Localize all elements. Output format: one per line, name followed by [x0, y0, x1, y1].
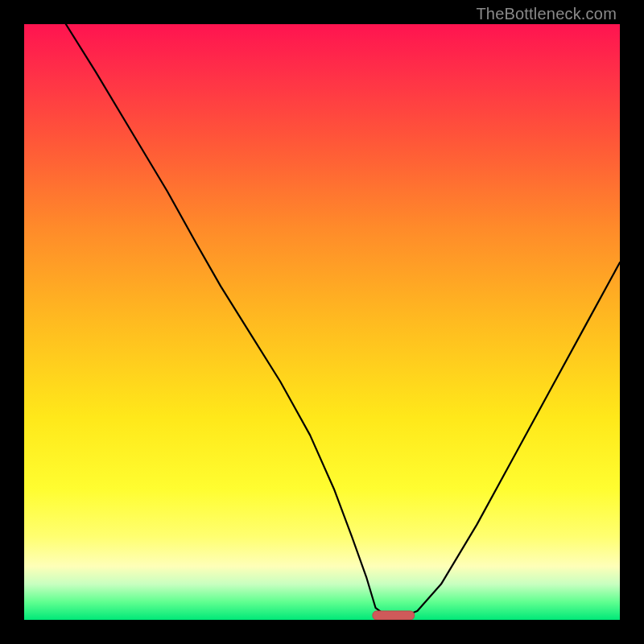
bottleneck-curve [66, 24, 620, 617]
optimal-range-marker [373, 611, 415, 620]
chart-frame: TheBottleneck.com [0, 0, 644, 644]
plot-area [24, 24, 620, 620]
watermark-text: TheBottleneck.com [476, 5, 617, 23]
curve-layer [24, 24, 620, 620]
